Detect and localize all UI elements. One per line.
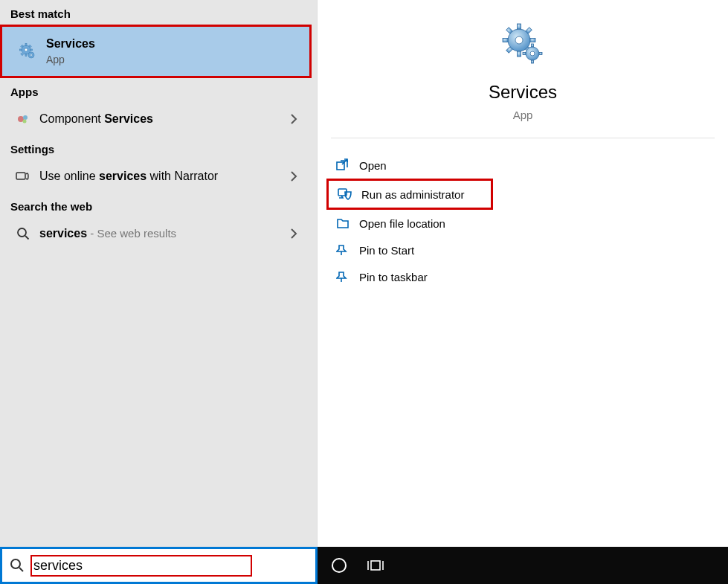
svg-rect-5 [30,49,33,51]
svg-point-1 [25,48,28,51]
best-match-header: Best match [0,0,317,25]
action-open[interactable]: Open [326,152,719,179]
action-label: Open file location [359,217,445,230]
svg-rect-32 [523,53,526,55]
svg-rect-22 [503,39,508,42]
result-title: Services [46,37,95,51]
apps-header: Apps [0,78,317,103]
action-list: Open Run as administrator Open file loca… [318,138,728,304]
preview-panel: Services App Open Run as administrator [318,0,728,547]
pin-icon [332,243,353,257]
svg-point-29 [530,51,535,56]
settings-header: Settings [0,135,317,160]
svg-point-19 [515,36,523,44]
svg-rect-4 [20,49,22,51]
open-icon [332,158,353,172]
svg-rect-20 [518,24,521,29]
web-header: Search the web [0,193,317,217]
shield-icon [335,187,355,201]
svg-rect-30 [532,44,534,47]
component-icon [12,112,34,126]
search-results-panel: Best match [0,0,318,547]
svg-point-16 [18,228,26,237]
svg-rect-41 [371,561,380,570]
svg-line-39 [19,568,23,571]
action-label: Pin to Start [359,244,414,257]
svg-rect-15 [16,173,25,179]
gear-icon [501,22,544,65]
svg-point-38 [11,559,20,568]
svg-point-14 [23,120,27,123]
chevron-right-icon [290,228,305,240]
result-web-search[interactable]: services - See web results [0,217,317,250]
taskbar [0,547,728,584]
svg-rect-33 [539,53,542,55]
svg-line-17 [25,236,29,240]
svg-point-40 [332,559,346,572]
narrator-icon [12,170,34,183]
result-label: Component Services [39,112,290,126]
chevron-right-icon [290,113,305,125]
search-input-highlight [30,555,252,577]
action-label: Run as administrator [361,188,464,201]
search-icon [12,227,34,240]
search-icon [10,558,25,573]
task-view-icon[interactable] [367,558,384,573]
result-label: services - See web results [39,227,290,240]
taskbar-buttons [318,547,728,584]
action-pin-to-taskbar[interactable]: Pin to taskbar [326,263,719,290]
result-narrator-services[interactable]: Use online services with Narrator [0,160,317,193]
search-box[interactable] [0,547,318,584]
action-pin-to-start[interactable]: Pin to Start [326,237,719,263]
search-input[interactable] [33,558,206,574]
action-open-file-location[interactable]: Open file location [326,210,719,237]
pin-icon [332,270,353,283]
chevron-right-icon [290,170,305,182]
result-subtitle: App [46,54,95,65]
result-services-app[interactable]: Services App [0,25,312,78]
cortana-icon[interactable] [331,557,347,574]
svg-rect-3 [25,54,27,57]
action-run-as-admin[interactable]: Run as administrator [326,179,493,210]
result-label: Use online services with Narrator [39,170,290,183]
svg-rect-2 [25,44,27,46]
svg-rect-23 [530,39,535,42]
action-label: Pin to taskbar [359,271,428,283]
preview-title: Services [489,82,557,103]
svg-rect-21 [518,51,521,57]
folder-icon [332,216,353,230]
preview-subtitle: App [513,109,533,121]
gear-icon [14,42,41,60]
result-component-services[interactable]: Component Services [0,103,317,135]
svg-rect-31 [532,60,534,63]
action-label: Open [359,159,387,172]
svg-point-13 [23,115,28,120]
svg-point-11 [30,54,33,57]
